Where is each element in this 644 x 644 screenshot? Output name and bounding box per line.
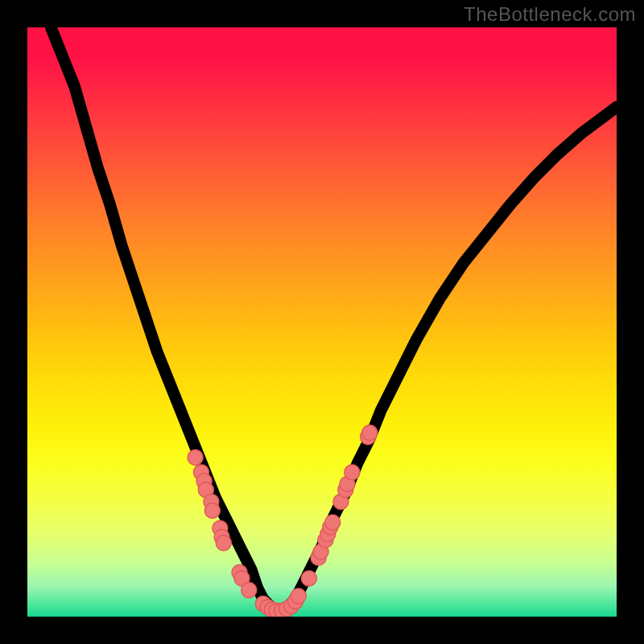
data-point (345, 464, 360, 480)
chart-overlay-svg (27, 27, 617, 617)
data-point (325, 514, 341, 530)
data-point (362, 425, 378, 440)
scatter-group (188, 425, 378, 617)
data-point (188, 450, 203, 465)
watermark-text: TheBottleneck.com (464, 3, 636, 26)
plot-area (27, 27, 617, 617)
data-point (242, 583, 257, 598)
data-point (216, 535, 231, 551)
data-point (204, 503, 220, 518)
data-point (291, 588, 306, 604)
data-point (301, 571, 316, 586)
chart-container: TheBottleneck.com (0, 0, 644, 644)
